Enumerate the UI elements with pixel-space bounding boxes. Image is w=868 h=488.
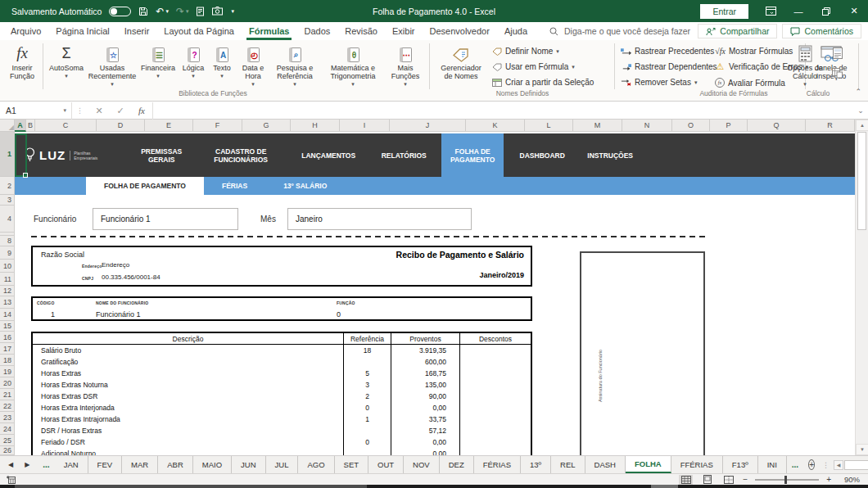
more-sheets-left[interactable]: ... [38,456,54,473]
sign-in-button[interactable]: Entrar [700,4,748,19]
camera-icon[interactable] [212,7,223,16]
cell-earnings[interactable]: 90,00 [391,391,460,402]
cell-earnings[interactable]: 0,00 [391,436,460,448]
cell-reference[interactable]: 3 [344,379,391,391]
page-break-view-icon[interactable] [721,475,735,485]
row-header[interactable]: 2 [0,177,15,195]
trace-precedents-button[interactable]: Rastrear Precedentes [621,47,714,56]
row-header[interactable]: 18 [0,355,15,366]
cell-earnings[interactable]: 57,12 [391,425,460,436]
cell-deductions[interactable] [460,413,531,425]
function-category-button[interactable]: ◴ Data e Hora ▾ [236,43,270,88]
row-header[interactable]: 14 [0,309,15,321]
sheet-tab[interactable]: DASH [585,456,626,473]
row-header[interactable]: 22 [0,400,15,412]
cell-reference[interactable]: 18 [344,345,391,356]
row-header[interactable]: 25 [0,435,15,446]
row-header[interactable]: 24 [0,423,15,435]
function-category-button[interactable]: ☰ Financeira ▾ [138,43,179,79]
autosave-toggle[interactable] [109,7,131,16]
function-category-button[interactable]: θ Matemática e Trigonometria ▾ [319,43,387,88]
navbar-item[interactable]: CADASTRO DE FUNCIONÁRIOS [199,133,283,177]
calculation-options-button[interactable]: Opções de Cálculo ▾ [781,43,829,88]
tab-arquivo[interactable]: Arquivo [3,22,48,40]
row-header[interactable]: 1 [0,132,15,177]
zoom-slider[interactable] [755,479,819,481]
function-category-button[interactable]: Σ AutoSoma ▾ [46,43,87,79]
calculate-sheet-button[interactable] [832,68,843,77]
sheet-tab[interactable]: NOV [404,456,440,473]
cell-description[interactable]: Horas Extras Noturna [33,379,344,391]
tab-exibir[interactable]: Exibir [385,22,423,40]
more-sheets-right[interactable]: ... [787,456,803,473]
cell-earnings[interactable]: 168,75 [391,368,460,379]
row-header[interactable]: 21 [0,389,15,400]
function-category-button[interactable]: ☆ Usadas Recentemente ▾ [87,43,138,88]
column-header[interactable]: J [390,120,466,132]
cell-earnings[interactable]: 600,00 [391,356,460,368]
row-header[interactable]: 17 [0,343,15,355]
column-header[interactable]: C [35,120,97,132]
column-header[interactable]: B [26,120,35,132]
subtab[interactable]: 13º SALÁRIO [265,177,345,195]
row-header[interactable]: 15 [0,321,15,332]
employee-input[interactable]: Funcionário 1 [93,208,238,230]
sheet-tab[interactable]: JAN [55,456,88,473]
navbar-item[interactable]: FOLHA DE PAGAMENTO [441,133,504,177]
formula-input[interactable] [152,102,853,120]
comments-button[interactable]: Comentários [782,24,861,38]
sheet-tab[interactable]: REL [551,456,585,473]
function-category-button[interactable]: ⋯ Mais Funções ▾ [387,43,424,88]
cell-deductions[interactable] [460,402,531,413]
save-icon[interactable] [138,7,148,16]
insert-function-fx-icon[interactable]: fx [131,106,152,115]
sheet-tab[interactable]: MAR [122,456,158,473]
sheet-tab[interactable]: FFÉRIAS [671,456,723,473]
zoom-slider-thumb[interactable] [784,476,787,484]
function-category-button[interactable]: ⌕ Pesquisa e Referência ▾ [270,43,319,88]
sheet-tab[interactable]: JUL [266,456,299,473]
column-header[interactable]: G [242,120,291,132]
sheet-tab[interactable]: OUT [368,456,404,473]
navbar-item[interactable]: PREMISSAS GERAIS [130,133,192,177]
row-header[interactable]: 12 [0,286,15,296]
prev-sheet-icon[interactable]: ◀ [8,461,13,468]
column-header[interactable]: N [622,120,672,132]
collapse-ribbon-icon[interactable]: ⌃ [855,88,861,96]
normal-view-icon[interactable] [679,475,693,485]
row-header[interactable]: 10 [0,260,15,273]
column-header[interactable]: R [806,120,855,132]
name-box[interactable]: A1 ▾ [0,102,72,120]
ribbon-display-options-icon[interactable] [757,0,784,22]
row-header[interactable]: 13 [0,296,15,309]
scroll-left-icon[interactable]: ◀ [834,460,843,470]
vertical-scrollbar[interactable]: ▲ ▼ [855,120,868,455]
cell-description[interactable]: Adicional Noturno [33,448,344,455]
scroll-up-icon[interactable]: ▲ [856,120,868,131]
cell-earnings[interactable]: 33,75 [391,413,460,425]
row-header[interactable]: 19 [0,366,15,377]
cell-description[interactable]: Horas Extra Interjonada [33,402,344,413]
share-button[interactable]: Compartilhar [698,24,777,38]
zoom-level[interactable]: 90% [839,475,860,484]
restore-button[interactable] [812,0,840,22]
cell-earnings[interactable]: 135,00 [391,379,460,391]
tab-inserir[interactable]: Inserir [117,22,157,40]
cell-reference[interactable]: 5 [344,368,391,379]
row-header[interactable]: 8 [0,236,15,246]
row-header[interactable]: 4 [0,206,15,233]
cell-reference[interactable]: 0 [344,402,391,413]
close-button[interactable]: ✕ [840,0,868,22]
cell-reference[interactable] [344,448,391,455]
navbar-item[interactable]: LANÇAMENTOS [289,133,368,177]
function-category-button[interactable]: ? Lógica ▾ [179,43,208,79]
column-header[interactable]: M [573,120,622,132]
tab-pagina-inicial[interactable]: Página Inicial [48,22,116,40]
cell-reference[interactable]: 1 [344,413,391,425]
column-header[interactable]: K [466,120,525,132]
sheet-tab[interactable]: FOLHA [626,456,671,473]
vertical-scroll-thumb[interactable] [857,132,866,230]
remove-arrows-button[interactable]: Remover Setas ▾ [621,78,697,87]
cell-earnings[interactable]: 0,00 [391,448,460,455]
use-in-formula-button[interactable]: Usar em Fórmula ▾ [491,62,575,71]
